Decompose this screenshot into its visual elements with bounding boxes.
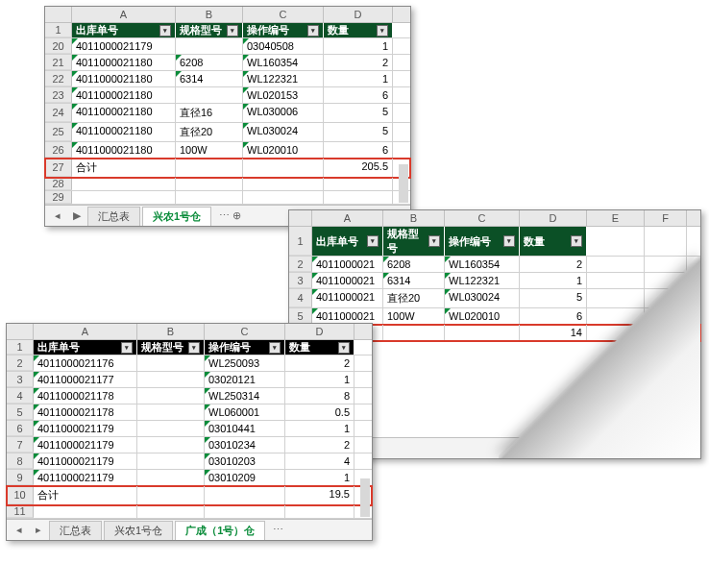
cell[interactable]: 6208	[383, 257, 445, 272]
col-C[interactable]: C	[205, 324, 285, 339]
col-F[interactable]: F	[645, 210, 687, 226]
cell[interactable]: 4011000021178	[34, 388, 137, 404]
col-D[interactable]: D	[285, 324, 354, 339]
filter-icon[interactable]: ▾	[159, 25, 171, 37]
cell[interactable]: 1	[285, 372, 354, 387]
row-num[interactable]: 6	[7, 421, 34, 436]
cell[interactable]: 4011000021176	[34, 355, 137, 371]
cell[interactable]	[205, 505, 285, 518]
col-A[interactable]: A	[312, 210, 383, 226]
total-row[interactable]: 10 合计 19.5	[7, 486, 372, 505]
header-spec[interactable]: 规格型号▾	[383, 227, 445, 256]
cell[interactable]	[176, 191, 243, 204]
cell[interactable]	[243, 191, 324, 204]
nav-first-icon[interactable]: ◂	[49, 209, 66, 222]
cell[interactable]: 1	[324, 38, 393, 54]
filter-icon[interactable]: ▾	[428, 235, 440, 247]
cell[interactable]: 2	[285, 355, 354, 371]
cell[interactable]: 6	[520, 308, 587, 324]
cell[interactable]	[72, 178, 176, 190]
cell[interactable]	[137, 372, 205, 387]
cell[interactable]	[645, 257, 687, 272]
cell[interactable]: 直径20	[176, 123, 243, 141]
cell[interactable]: 4	[285, 453, 354, 469]
total-row[interactable]: 27 合计 205.5	[45, 159, 410, 178]
row-num[interactable]: 4	[7, 388, 34, 404]
cell[interactable]: 直径20	[383, 289, 445, 307]
cell[interactable]	[587, 273, 645, 288]
cell[interactable]	[137, 453, 205, 469]
cell[interactable]	[72, 191, 176, 204]
nav-next-icon[interactable]: ▶	[68, 209, 86, 222]
row-num[interactable]: 27	[45, 159, 72, 177]
cell[interactable]: 4011000021	[312, 273, 383, 288]
row-num[interactable]: 24	[45, 104, 72, 122]
cell[interactable]	[587, 257, 645, 272]
cell[interactable]: WL020010	[445, 308, 520, 324]
header-spec[interactable]: 规格型号▾	[137, 340, 205, 355]
header-qty[interactable]: 数量▾	[520, 227, 587, 256]
row-num[interactable]: 9	[7, 470, 34, 485]
row-num[interactable]: 3	[7, 372, 34, 387]
col-B[interactable]: B	[176, 7, 243, 22]
row-num[interactable]: 21	[45, 55, 72, 70]
row-num[interactable]: 22	[45, 71, 72, 86]
row-num[interactable]: 3	[289, 273, 312, 288]
sheet-tab-summary[interactable]: 汇总表	[87, 207, 140, 226]
cell[interactable]: 0.5	[285, 404, 354, 420]
row-num[interactable]: 10	[7, 486, 34, 504]
add-sheet-icon[interactable]: ⋯	[267, 524, 289, 536]
cell[interactable]: 4011000021179	[72, 38, 176, 54]
add-sheet-icon[interactable]: ⋯ ⊕	[213, 209, 247, 222]
cell[interactable]	[324, 191, 393, 204]
cell[interactable]	[285, 505, 354, 518]
total-value[interactable]: 19.5	[285, 486, 354, 504]
cell[interactable]	[137, 486, 205, 504]
row-num[interactable]: 8	[7, 453, 34, 469]
cell[interactable]: WL030024	[243, 123, 324, 141]
sheet-tab-xingnong1[interactable]: 兴农1号仓	[104, 521, 173, 540]
cell[interactable]: 4011000021	[312, 257, 383, 272]
row-num[interactable]: 23	[45, 87, 72, 103]
cell[interactable]: 4011000021179	[34, 437, 137, 453]
col-D[interactable]: D	[520, 210, 587, 226]
filter-icon[interactable]: ▾	[269, 342, 281, 354]
cell[interactable]	[587, 227, 645, 256]
cell[interactable]: 6	[324, 87, 393, 103]
row-num[interactable]: 20	[45, 38, 72, 54]
row-num[interactable]: 5	[289, 308, 312, 324]
cell[interactable]: 6314	[383, 273, 445, 288]
cell[interactable]	[645, 227, 687, 256]
cell[interactable]: 直径16	[176, 104, 243, 122]
cell[interactable]: 4011000021178	[34, 404, 137, 420]
sheet-tab-xingnong1[interactable]: 兴农1号仓	[142, 207, 211, 226]
filter-icon[interactable]: ▾	[571, 235, 582, 247]
cell[interactable]: 2	[520, 257, 587, 272]
header-outbound-no[interactable]: 出库单号▾	[34, 340, 137, 355]
total-value[interactable]: 205.5	[324, 159, 393, 177]
cell[interactable]: 03040508	[243, 38, 324, 54]
cell[interactable]: 4011000021180	[72, 55, 176, 70]
cell[interactable]: 100W	[383, 308, 445, 324]
cell[interactable]: WL030024	[445, 289, 520, 307]
header-opcode[interactable]: 操作编号▾	[445, 227, 520, 256]
cell[interactable]	[324, 178, 393, 190]
filter-icon[interactable]: ▾	[307, 25, 319, 37]
row-num[interactable]: 4	[289, 289, 312, 307]
row-1[interactable]: 1	[289, 227, 312, 256]
cell[interactable]: 4011000021	[312, 308, 383, 324]
header-opcode[interactable]: 操作编号▾	[205, 340, 285, 355]
scrollbar[interactable]	[360, 478, 370, 517]
cell[interactable]: 1	[324, 71, 393, 86]
row-1[interactable]: 1	[45, 23, 72, 37]
cell[interactable]: 4011000021177	[34, 372, 137, 387]
cell[interactable]: 1	[285, 421, 354, 436]
cell[interactable]: WL020010	[243, 142, 324, 158]
cell[interactable]	[587, 289, 645, 307]
cell[interactable]: 1	[520, 273, 587, 288]
header-outbound-no[interactable]: 出库单号▾	[72, 23, 176, 37]
filter-icon[interactable]: ▾	[367, 235, 379, 247]
cell[interactable]: 5	[324, 104, 393, 122]
cell[interactable]: 4011000021180	[72, 71, 176, 86]
total-value[interactable]: 14	[520, 325, 587, 340]
